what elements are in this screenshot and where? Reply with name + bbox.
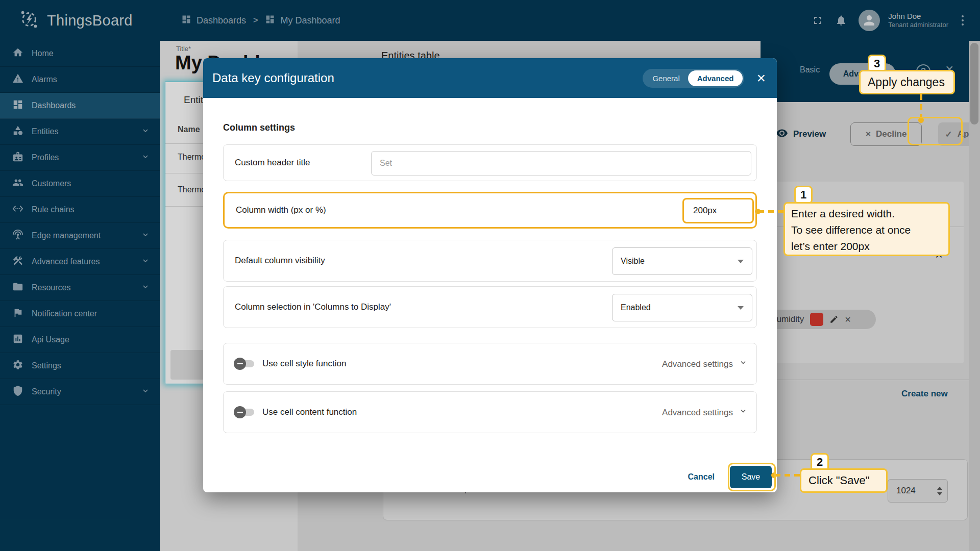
step-2-connector — [775, 474, 800, 477]
custom-header-title-row: Custom header title — [223, 144, 757, 181]
data-key-configuration-dialog: Data key configuration General Advanced … — [203, 58, 777, 492]
step-1-callout: Enter a desired width. To see difference… — [783, 202, 950, 256]
column-selection-label: Column selection in 'Columns to Display' — [235, 302, 391, 312]
custom-header-title-input[interactable] — [371, 151, 751, 176]
cell-style-advanced-settings[interactable]: Advanced settings — [662, 359, 747, 369]
step-3-connector — [920, 94, 922, 119]
close-dialog-icon[interactable]: × — [756, 70, 766, 86]
cell-content-label: Use cell content function — [262, 407, 357, 417]
step-1-badge: 1 — [794, 186, 813, 204]
dropdown-arrow-icon — [738, 260, 744, 263]
apply-button-highlight — [908, 117, 963, 145]
cell-style-toggle[interactable] — [235, 359, 255, 369]
cell-content-toggle[interactable] — [235, 407, 255, 417]
visibility-label: Default column visibility — [235, 256, 325, 266]
column-width-label: Column width (px or %) — [236, 205, 326, 215]
column-width-input[interactable] — [682, 198, 754, 223]
cell-style-label: Use cell style function — [262, 359, 346, 369]
column-selection-row: Column selection in 'Columns to Display'… — [223, 286, 757, 328]
visibility-value: Visible — [621, 257, 738, 266]
cell-content-advanced-settings[interactable]: Advanced settings — [662, 407, 747, 418]
step-1-connector — [758, 210, 784, 213]
column-settings-heading: Column settings — [223, 122, 295, 133]
dialog-title: Data key configuration — [212, 71, 334, 85]
chevron-down-icon — [739, 359, 747, 369]
step-2-callout: Click "Save" — [800, 468, 888, 493]
chevron-down-icon — [739, 407, 747, 418]
tab-advanced[interactable]: Advanced — [688, 70, 743, 86]
step-1-connector-dot — [755, 209, 761, 214]
cell-style-function-row: Use cell style function Advanced setting… — [223, 343, 757, 385]
dialog-header: Data key configuration General Advanced … — [203, 58, 777, 98]
cancel-button[interactable]: Cancel — [688, 472, 715, 482]
tab-general[interactable]: General — [644, 70, 688, 86]
custom-header-title-label: Custom header title — [235, 158, 310, 168]
dropdown-arrow-icon — [738, 306, 744, 310]
general-advanced-toggle: General Advanced — [643, 69, 744, 88]
visibility-select[interactable]: Visible — [612, 247, 752, 275]
step-3-callout: Apply changes — [859, 70, 955, 94]
column-selection-select[interactable]: Enabled — [612, 294, 752, 321]
cell-content-function-row: Use cell content function Advanced setti… — [223, 391, 757, 433]
column-width-row-highlighted: Column width (px or %) — [223, 192, 757, 229]
column-selection-value: Enabled — [621, 303, 738, 312]
save-button-highlight — [728, 463, 776, 491]
default-column-visibility-row: Default column visibility Visible — [223, 240, 757, 282]
